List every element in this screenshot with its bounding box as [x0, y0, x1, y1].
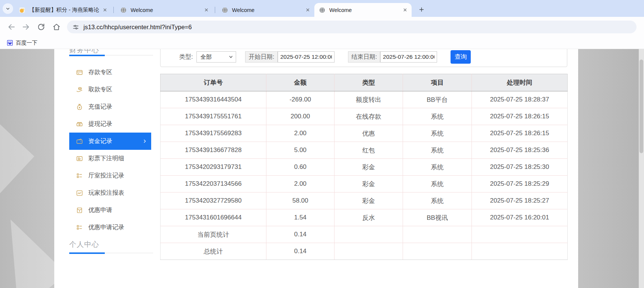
start-date-input[interactable] [278, 51, 335, 63]
reload-icon [37, 23, 45, 31]
home-button[interactable] [51, 22, 62, 32]
baidu-icon [7, 40, 13, 46]
cell-project: BB视讯 [403, 209, 472, 226]
summary-amount: 0.14 [266, 226, 335, 243]
tab-close-icon[interactable] [304, 6, 311, 13]
cell-amount: 1.54 [266, 209, 335, 226]
sidebar-item-9[interactable]: 优惠申请 [69, 201, 151, 219]
sidebar-item-label: 资金记录 [88, 137, 112, 145]
column-header: 项目 [403, 74, 472, 91]
cell-time: 2025-07-25 18:25:30 [472, 159, 568, 176]
yellow-site-icon [19, 7, 25, 13]
table-row: 1753439175551761200.00在线存款系统2025-07-25 1… [161, 108, 568, 125]
cell-time: 2025-07-25 18:28:37 [472, 91, 568, 108]
url-text: js13.cc/hhcp/usercenter.html?iniType=6 [83, 24, 192, 31]
tab-close-icon[interactable] [402, 6, 409, 13]
cell-amount: 2.00 [266, 176, 335, 192]
cell-type: 彩金 [335, 159, 403, 176]
tab-title: Welcome [131, 7, 201, 13]
type-select-value: 全部 [200, 54, 229, 61]
sidebar-item-1[interactable]: 存款专区 [69, 64, 151, 81]
type-select[interactable]: 全部 [196, 51, 236, 63]
sidebar-item-label: 取款专区 [88, 86, 112, 94]
tune-icon[interactable] [72, 24, 79, 31]
content-card: 财务中心 存款专区取款专区充值记录提现记录资金记录彩票下注明细厅室投注记录玩家投… [54, 49, 578, 288]
column-header: 处理时间 [472, 74, 568, 91]
tab-title: Welcome [329, 7, 399, 13]
sidebar-item-label: 厅室投注记录 [88, 172, 124, 180]
table-body: 1753439316443504-269.00额度转出BB平台2025-07-2… [161, 91, 568, 260]
sidebar-item-8[interactable]: 玩家投注报表 [69, 184, 151, 201]
tab-title: 【新提醒】积分 - 海燕策略论坛 [29, 6, 99, 13]
chevron-down-icon [5, 6, 11, 12]
section-divider [69, 55, 153, 55]
cell-order: 1753439175551761 [161, 108, 266, 125]
cell-type: 红包 [335, 142, 403, 159]
back-button[interactable] [6, 22, 16, 32]
cell-type: 在线存款 [335, 108, 403, 125]
new-tab-button[interactable] [416, 4, 427, 15]
grid-list-icon [76, 224, 83, 231]
cell-project: 系统 [403, 125, 472, 142]
tab-search-button[interactable] [3, 3, 13, 14]
sidebar-item-3[interactable]: 充值记录 [69, 98, 151, 115]
envelope-icon [76, 207, 83, 214]
browser-window: 【新提醒】积分 - 海燕策略论坛WelcomeWelcomeWelcome js… [0, 0, 644, 288]
table-row: 17534316016966441.54反水BB视讯2025-07-25 16:… [161, 209, 568, 226]
sidebar-item-7[interactable]: 厅室投注记录 [69, 167, 151, 184]
address-bar[interactable]: js13.cc/hhcp/usercenter.html?iniType=6 [67, 21, 637, 33]
globe-icon [120, 7, 127, 13]
globe-icon [319, 7, 326, 13]
end-date-input[interactable] [380, 51, 437, 63]
empty-cell [472, 243, 568, 260]
sidebar-item-4[interactable]: 提现记录 [69, 115, 151, 133]
sidebar-item-label: 彩票下注明细 [88, 155, 124, 163]
sidebar-item-label: 提现记录 [88, 120, 112, 128]
browser-tab[interactable]: 【新提醒】积分 - 海燕策略论坛 [14, 3, 112, 17]
tab-divider [215, 7, 215, 13]
reload-button[interactable] [36, 22, 46, 32]
browser-tab[interactable]: Welcome [217, 3, 314, 17]
sidebar-item-2[interactable]: 取款专区 [69, 81, 151, 98]
cell-time: 2025-07-25 18:26:15 [472, 125, 568, 142]
main-content: 类型: 全部 开始日期: 结束日期: 查询 [160, 49, 567, 288]
tab-close-icon[interactable] [101, 6, 109, 13]
scrollbar-thumb[interactable] [640, 60, 643, 153]
bookmark-baidu[interactable]: 百度一下 [7, 39, 37, 46]
sidebar: 财务中心 存款专区取款专区充值记录提现记录资金记录彩票下注明细厅室投注记录玩家投… [54, 49, 155, 288]
column-header: 订单号 [161, 74, 266, 91]
page-scrollbar[interactable] [639, 49, 644, 288]
forward-button[interactable] [21, 22, 31, 32]
sidebar-item-10[interactable]: 优惠申请记录 [69, 219, 151, 236]
tab-close-icon[interactable] [203, 6, 210, 13]
sidebar-item-6[interactable]: 彩票下注明细 [69, 150, 151, 167]
tab-divider [113, 7, 114, 13]
cell-project: 系统 [403, 192, 472, 209]
cell-type: 优惠 [335, 125, 403, 142]
cell-order: 1753439136677828 [161, 142, 266, 159]
deposit-card-icon [76, 69, 83, 76]
chevron-down-icon [229, 55, 233, 59]
cell-time: 2025-07-25 16:20:01 [472, 209, 568, 226]
cell-amount: -269.00 [266, 91, 335, 108]
moneybag-icon [76, 103, 83, 110]
grid-list-icon [76, 172, 83, 179]
table-row: 17534391366778285.00红包系统2025-07-25 18:25… [161, 142, 568, 159]
globe-icon [222, 7, 228, 13]
sidebar-item-label: 优惠申请记录 [88, 224, 124, 231]
cell-project: 系统 [403, 176, 472, 192]
browser-tab[interactable]: Welcome [314, 3, 412, 17]
sidebar-item-5[interactable]: 资金记录 [69, 133, 151, 150]
empty-cell [403, 243, 472, 260]
table-row: 17534220371345662.00彩金系统2025-07-25 18:25… [161, 176, 568, 192]
query-button[interactable]: 查询 [451, 50, 471, 64]
column-header: 类型 [335, 74, 403, 91]
bookmark-bar: 百度一下 [0, 37, 644, 49]
browser-tab[interactable]: Welcome [116, 3, 213, 17]
cell-order: 1753431601696644 [161, 209, 266, 226]
empty-cell [472, 226, 568, 243]
cell-type: 反水 [335, 209, 403, 226]
table-row: 17534202931797310.60彩金系统2025-07-25 18:25… [161, 159, 568, 176]
summary-label: 总统计 [161, 243, 266, 260]
cell-project: 系统 [403, 159, 472, 176]
